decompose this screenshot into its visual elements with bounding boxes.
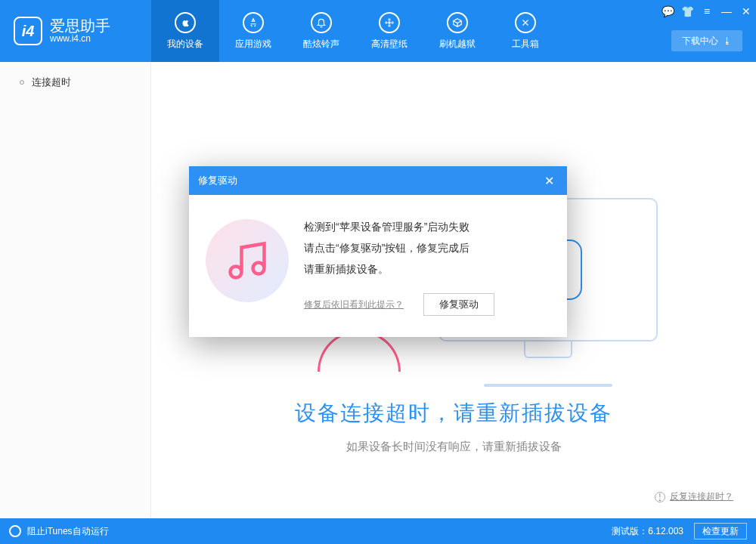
footer-left[interactable]: 阻止iTunes自动运行 [9,525,109,538]
dialog-line1: 检测到“苹果设备管理服务”启动失败 [304,216,550,237]
minimize-icon[interactable]: — [717,0,736,23]
close-icon[interactable]: ✕ [736,0,756,23]
nav-label: 我的设备 [167,38,203,51]
apple-icon [175,12,196,33]
nav-label: 酷炫铃声 [303,38,339,51]
bullet-icon [20,80,24,85]
nav-ringtones[interactable]: 酷炫铃声 [287,0,355,62]
block-itunes-label: 阻止iTunes自动运行 [27,525,109,538]
svg-point-2 [388,24,391,27]
svg-point-0 [388,21,391,24]
tools-icon [515,12,536,33]
app-header: i4 爱思助手 www.i4.cn 我的设备 应用游戏 酷炫铃声 高清壁纸 刷机… [0,0,756,62]
music-note-icon [206,219,289,302]
skin-icon[interactable]: 👕 [677,0,697,23]
feedback-label: 反复连接超时？ [670,490,733,503]
nav-toolbox[interactable]: 工具箱 [491,0,559,62]
dialog-line3: 请重新插拔设备。 [304,258,550,280]
nav-apps-games[interactable]: 应用游戏 [219,0,287,62]
sidebar: 连接超时 [0,62,151,518]
status-bar: 阻止iTunes自动运行 测试版：6.12.003 检查更新 [0,518,756,544]
menu-icon[interactable]: ≡ [697,0,717,23]
repair-driver-button[interactable]: 修复驱动 [423,293,494,316]
logo-text: 爱思助手 www.i4.cn [50,18,110,44]
download-center-button[interactable]: 下载中心 ⭳ [671,30,742,51]
toggle-icon [9,525,21,537]
main-subtitle: 如果设备长时间没有响应，请重新插拔设备 [346,440,562,454]
chat-icon[interactable]: 💬 [658,0,677,23]
dialog-header[interactable]: 修复驱动 ✕ [189,166,567,195]
svg-point-1 [388,18,391,21]
main-nav: 我的设备 应用游戏 酷炫铃声 高清壁纸 刷机越狱 工具箱 [151,0,559,62]
nav-label: 刷机越狱 [439,38,476,51]
dialog-close-button[interactable]: ✕ [540,172,558,190]
download-center-label: 下载中心 [682,35,718,48]
repair-driver-dialog: 修复驱动 ✕ 检测到“苹果设备管理服务”启动失败 请点击“修复驱动”按钮，修复完… [189,166,567,337]
nav-wallpapers[interactable]: 高清壁纸 [355,0,423,62]
flower-icon [379,12,400,33]
svg-point-4 [391,21,394,24]
logo-area: i4 爱思助手 www.i4.cn [0,0,151,62]
dialog-title: 修复驱动 [198,174,237,187]
nav-flash-jailbreak[interactable]: 刷机越狱 [423,0,491,62]
appstore-icon [243,12,264,33]
nav-my-device[interactable]: 我的设备 [151,0,219,62]
dialog-help-link[interactable]: 修复后依旧看到此提示？ [304,295,404,314]
nav-label: 工具箱 [512,38,539,51]
svg-point-3 [385,21,388,24]
feedback-link[interactable]: ! 反复连接超时？ [655,490,733,503]
dialog-line2: 请点击“修复驱动”按钮，修复完成后 [304,237,550,258]
app-url: www.i4.cn [50,33,110,44]
check-update-button[interactable]: 检查更新 [694,523,747,539]
download-icon: ⭳ [723,36,732,46]
nav-label: 应用游戏 [235,38,271,51]
box-icon [447,12,468,33]
help-icon: ! [655,492,665,502]
app-name: 爱思助手 [50,18,110,33]
bell-icon [311,12,332,33]
version-label: 测试版：6.12.003 [612,525,683,538]
logo-icon: i4 [14,17,42,45]
dialog-message: 检测到“苹果设备管理服务”启动失败 请点击“修复驱动”按钮，修复完成后 请重新插… [304,215,550,316]
sidebar-item-timeout[interactable]: 连接超时 [0,70,150,95]
main-title: 设备连接超时，请重新插拔设备 [295,399,612,428]
window-controls: 💬 👕 ≡ — ✕ [658,0,756,23]
check-update-label: 检查更新 [702,525,739,538]
sidebar-item-label: 连接超时 [32,76,71,89]
nav-label: 高清壁纸 [371,38,407,51]
